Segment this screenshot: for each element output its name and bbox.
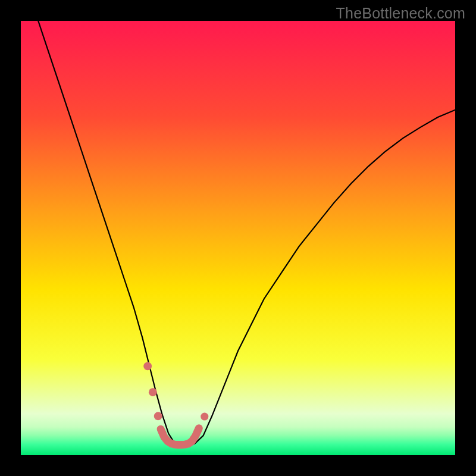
bottleneck-curve <box>38 21 455 444</box>
svg-point-3 <box>154 412 162 420</box>
curve-layer <box>21 21 455 455</box>
svg-point-4 <box>201 412 208 420</box>
watermark-text: TheBottleneck.com <box>336 5 465 22</box>
optimal-range-highlight <box>161 428 199 445</box>
plot-area <box>21 21 455 455</box>
chart-frame: TheBottleneck.com <box>0 0 476 476</box>
optimal-range-dots <box>143 362 208 420</box>
svg-point-1 <box>143 362 152 370</box>
svg-point-2 <box>149 388 157 396</box>
